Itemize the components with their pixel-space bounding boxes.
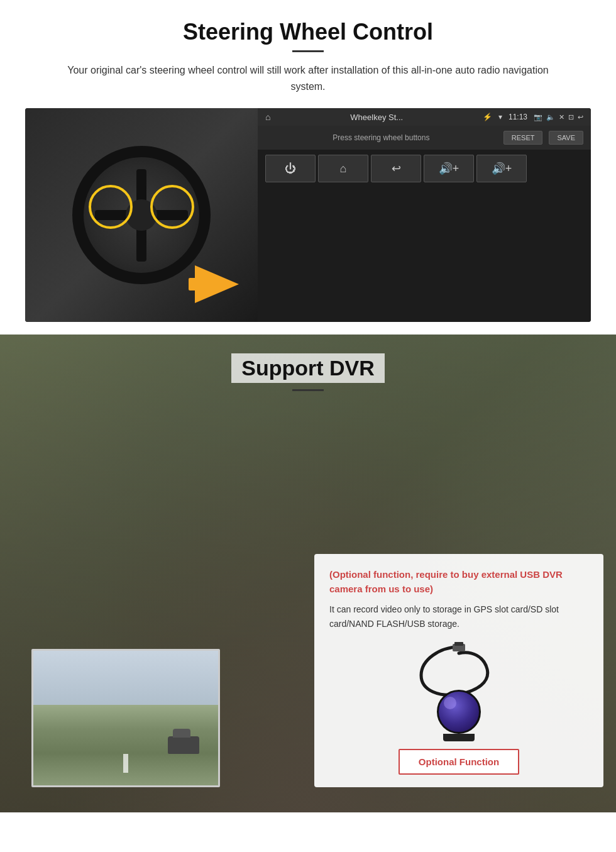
- wifi-icon: ▾: [498, 113, 502, 121]
- screen-app-title: Wheelkey St...: [277, 113, 476, 122]
- lane-mark: [123, 754, 128, 773]
- dvr-title: Support DVR: [231, 353, 385, 383]
- svg-rect-2: [454, 642, 463, 646]
- dvr-camera: [437, 690, 481, 741]
- expand-icon: ⊡: [568, 113, 574, 121]
- screen-button-grid: ⏻ ⌂ ↩ 🔊+ 🔊+: [258, 150, 591, 187]
- screen-instruction: Press steering wheel buttons: [265, 133, 497, 142]
- dvr-optional-note: (Optional function, require to buy exter…: [329, 568, 588, 596]
- reset-button[interactable]: RESET: [503, 131, 543, 145]
- steering-wheel-graphic: [72, 146, 211, 284]
- screen-controls-bar: Press steering wheel buttons RESET SAVE: [258, 126, 591, 150]
- save-button[interactable]: SAVE: [549, 131, 583, 145]
- swc-image-container: ⌂ Wheelkey St... ⚡ ▾ 11:13 📷 🔈 ✕ ⊡ ↩ Pre…: [25, 108, 591, 322]
- swc-title: Steering Wheel Control: [25, 19, 591, 45]
- cam-base: [443, 734, 475, 741]
- steering-wheel-photo: [25, 108, 258, 322]
- camera-icon: 📷: [534, 113, 542, 121]
- vol-up-button-2[interactable]: 🔊+: [476, 155, 527, 182]
- sw-highlight-right: [150, 185, 194, 229]
- back-button[interactable]: ↩: [371, 155, 421, 182]
- swc-screen: ⌂ Wheelkey St... ⚡ ▾ 11:13 📷 🔈 ✕ ⊡ ↩ Pre…: [258, 108, 591, 322]
- vol-up-button[interactable]: 🔊+: [424, 155, 474, 182]
- steering-wheel-section: Steering Wheel Control Your original car…: [0, 0, 616, 335]
- dvr-card-description: It can record video only to storage in G…: [329, 602, 588, 631]
- swc-description: Your original car's steering wheel contr…: [63, 62, 553, 94]
- sw-highlight-left: [89, 185, 133, 229]
- x-icon: ✕: [559, 113, 564, 121]
- home-icon: ⌂: [265, 112, 270, 122]
- optional-function-button[interactable]: Optional Function: [399, 749, 519, 775]
- speaker-icon: 🔈: [546, 113, 555, 121]
- dvr-info-card: (Optional function, require to buy exter…: [314, 554, 603, 787]
- dvr-thumbnail: [31, 649, 220, 787]
- dvr-section: Support DVR (Optional function, require …: [0, 335, 616, 812]
- dvr-divider: [292, 389, 324, 391]
- dvr-content-row: (Optional function, require to buy exter…: [0, 554, 616, 800]
- dvr-product-image: [329, 641, 588, 741]
- usb-icon: ⚡: [483, 113, 492, 121]
- screen-status-icons: 📷 🔈 ✕ ⊡ ↩: [534, 113, 583, 121]
- screen-topbar: ⌂ Wheelkey St... ⚡ ▾ 11:13 📷 🔈 ✕ ⊡ ↩: [258, 108, 591, 126]
- back-icon: ↩: [578, 113, 583, 121]
- thumb-sky: [33, 651, 218, 705]
- sw-arrow: [189, 265, 239, 303]
- arrow-head: [195, 265, 239, 303]
- home-button[interactable]: ⌂: [318, 155, 368, 182]
- cam-dome: [437, 690, 481, 734]
- power-button[interactable]: ⏻: [265, 155, 316, 182]
- swc-divider: [292, 50, 324, 52]
- thumb-road: [33, 705, 218, 785]
- dvr-title-area: Support DVR: [0, 335, 616, 404]
- car-silhouette: [168, 736, 199, 754]
- screen-time: 11:13: [509, 113, 527, 121]
